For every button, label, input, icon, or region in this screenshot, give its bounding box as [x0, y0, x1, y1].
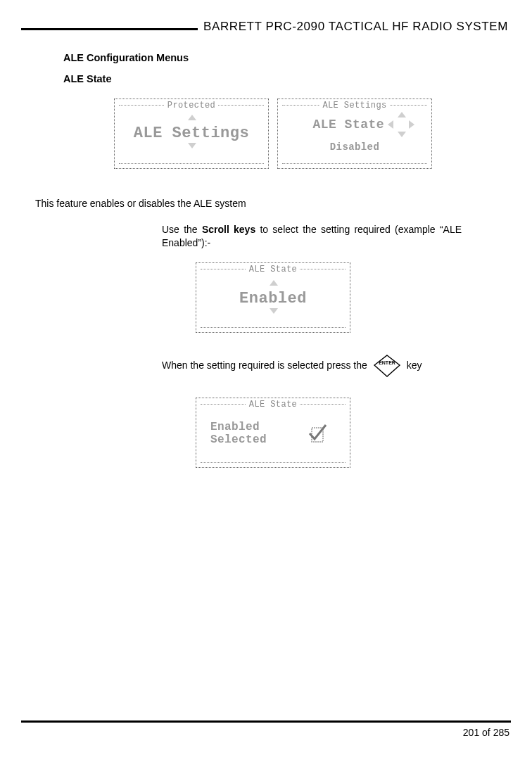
page-header: BARRETT PRC-2090 TACTICAL HF RADIO SYSTE…: [21, 20, 511, 38]
enter-key-icon: ENTER: [373, 354, 401, 378]
step2-text: When the setting required is selected pr…: [162, 354, 462, 378]
lcd2-main: ALE State: [312, 118, 384, 132]
lcd-bottom-rule: [201, 327, 346, 328]
header-title: BARRETT PRC-2090 TACTICAL HF RADIO SYSTE…: [198, 20, 511, 34]
lcd4-top-label: ALE State: [246, 400, 300, 409]
check-document-icon: [308, 424, 329, 447]
lcd-bottom-rule: [201, 462, 346, 463]
footer-rule: [21, 720, 511, 723]
lcd-row-2: ALE State Enabled: [63, 262, 483, 333]
lcd4-lines: Enabled Selected: [210, 421, 267, 447]
step2a: When the setting required is selected pr…: [162, 359, 367, 372]
lcd-panel-ale-state: ALE Settings ALE State Disabled: [277, 99, 432, 169]
svg-marker-0: [374, 355, 400, 376]
section-subtitle: ALE State: [63, 73, 483, 84]
enter-key-label: ENTER: [379, 360, 395, 365]
lcd4-line2: Selected: [210, 433, 267, 446]
chevron-up-icon: [188, 115, 196, 120]
page-footer: 201 of 285: [21, 720, 511, 738]
lcd-row-1: Protected ALE Settings ALE Settings ALE …: [63, 99, 483, 169]
chevron-right-icon: [409, 120, 414, 129]
lcd-bottom-rule: [282, 163, 427, 164]
lcd-bottom-rule: [119, 163, 264, 164]
chevron-down-icon: [398, 132, 406, 137]
lcd4-line1: Enabled: [210, 421, 267, 433]
content: ALE Configuration Menus ALE State Protec…: [21, 52, 511, 468]
chevron-up-icon: [398, 112, 406, 118]
intro-text: This feature enables or disables the ALE…: [35, 197, 483, 210]
chevron-left-icon: [388, 120, 393, 129]
lcd-panel-enabled: ALE State Enabled: [196, 262, 350, 333]
lcd-row-3: ALE State Enabled Selected: [63, 398, 483, 468]
step1-text: Use the Scroll keys to select the settin…: [162, 223, 462, 250]
lcd1-top-label: Protected: [165, 101, 218, 110]
section-title: ALE Configuration Menus: [63, 52, 483, 63]
chevron-up-icon: [270, 280, 278, 286]
lcd3-top-label: ALE State: [246, 265, 300, 274]
lcd2-sub: Disabled: [330, 141, 379, 153]
chevron-down-icon: [188, 143, 196, 148]
lcd3-main: Enabled: [239, 289, 307, 307]
lcd2-top-label: ALE Settings: [319, 101, 389, 110]
step1b: Scroll keys: [202, 224, 255, 235]
page: BARRETT PRC-2090 TACTICAL HF RADIO SYSTE…: [0, 0, 532, 762]
chevron-down-icon: [270, 308, 278, 314]
lcd-panel-protected: Protected ALE Settings: [114, 99, 269, 169]
page-number: 201 of 285: [21, 727, 511, 738]
step2b: key: [407, 359, 422, 372]
lcd-panel-enabled-selected: ALE State Enabled Selected: [196, 398, 350, 468]
step1a: Use the: [162, 224, 202, 235]
lcd1-main: ALE Settings: [134, 125, 249, 142]
